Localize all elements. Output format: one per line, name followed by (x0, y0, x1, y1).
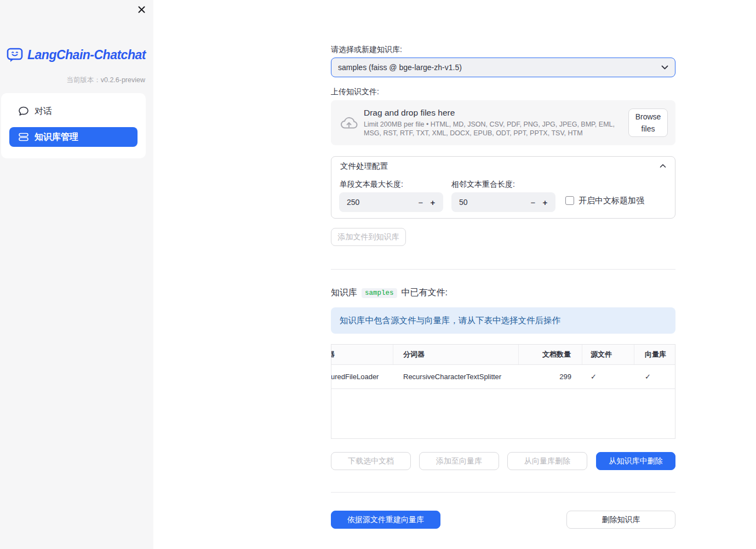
sidebar-item-chat[interactable]: 对话 (9, 101, 138, 121)
divider (331, 269, 675, 270)
upload-label: 上传知识文件: (331, 87, 379, 97)
cell-vector-store-check: ✓ (634, 365, 675, 388)
overlap-stepper: 50 − + (451, 192, 555, 212)
zh-title-enhance-label: 开启中文标题加强 (579, 196, 644, 206)
sidebar-menu: 对话 知识库管理 (1, 93, 146, 158)
close-sidebar-icon[interactable] (136, 4, 147, 15)
version-info: 当前版本：v0.2.6-preview (66, 76, 145, 85)
expander-title: 文件处理配置 (340, 161, 388, 171)
kb-files-table: 器 分词器 文档数量 源文件 向量库 uredFileLoader Recurs… (331, 344, 675, 439)
browse-files-button[interactable]: Browse files (628, 108, 668, 137)
overlap-increment-button[interactable]: + (539, 198, 551, 207)
file-config-expander: 文件处理配置 单段文本最大长度: 相邻文本重合长度: 250 − + 50 − … (331, 156, 675, 219)
chunk-increment-button[interactable]: + (427, 198, 439, 207)
chevron-down-icon (661, 65, 668, 70)
kb-select-label: 请选择或新建知识库: (331, 45, 402, 55)
divider (331, 492, 675, 493)
rebuild-vector-store-button[interactable]: 依据源文件重建向量库 (331, 511, 440, 529)
chunk-decrement-button[interactable]: − (415, 198, 427, 207)
app-title: LangChain-Chatchat (27, 48, 146, 62)
kb-name-code: samples (362, 288, 397, 298)
sidebar: LangChain-Chatchat 当前版本：v0.2.6-preview 对… (0, 0, 153, 549)
dropzone-text: Drag and drop files here Limit 200MB per… (364, 108, 623, 138)
zh-title-enhance-checkbox[interactable] (565, 196, 574, 205)
kb-select-value: samples (faiss @ bge-large-zh-v1.5) (338, 63, 661, 72)
column-header-vector-store[interactable]: 向量库 (634, 345, 675, 364)
download-selected-button[interactable]: 下载选中文档 (331, 452, 411, 470)
table-row[interactable]: uredFileLoader RecursiveCharacterTextSpl… (331, 365, 675, 389)
logo-chat-face-icon (7, 47, 24, 63)
column-header-splitter[interactable]: 分词器 (393, 345, 519, 364)
sidebar-item-label: 对话 (35, 106, 52, 117)
overlap-input[interactable]: 50 (451, 198, 527, 207)
dropzone-limit: Limit 200MB per file • HTML, MD, JSON, C… (364, 120, 623, 138)
chat-bubble-icon (18, 106, 29, 117)
file-dropzone[interactable]: Drag and drop files here Limit 200MB per… (331, 100, 675, 145)
chunk-size-input[interactable]: 250 (339, 198, 415, 207)
expander-header[interactable]: 文件处理配置 (331, 157, 675, 175)
cell-source-file-check: ✓ (582, 365, 634, 388)
add-files-to-kb-button[interactable]: 添加文件到知识库 (331, 228, 406, 246)
cloud-upload-icon (340, 116, 364, 130)
overlap-decrement-button[interactable]: − (527, 198, 539, 207)
info-banner: 知识库中包含源文件与向量库，请从下表中选择文件后操作 (331, 307, 675, 334)
column-header-source-file[interactable]: 源文件 (582, 345, 634, 364)
column-header-loader[interactable]: 器 (331, 345, 393, 364)
delete-kb-button[interactable]: 删除知识库 (566, 511, 675, 529)
main-content: 请选择或新建知识库: samples (faiss @ bge-large-zh… (331, 0, 675, 549)
chunk-size-label: 单段文本最大长度: (340, 180, 403, 190)
cell-doc-count: 299 (519, 365, 582, 388)
column-header-doc-count[interactable]: 文档数量 (519, 345, 582, 364)
delete-from-vector-store-button[interactable]: 从向量库删除 (507, 452, 587, 470)
dropzone-title: Drag and drop files here (364, 108, 623, 118)
add-to-vector-store-button[interactable]: 添加至向量库 (419, 452, 499, 470)
chevron-up-icon (660, 164, 666, 168)
knowledge-base-icon (18, 131, 29, 142)
sidebar-item-label: 知识库管理 (35, 131, 78, 143)
kb-files-heading: 知识库 samples 中已有文件: (331, 287, 448, 299)
knowledge-base-select[interactable]: samples (faiss @ bge-large-zh-v1.5) (331, 58, 675, 77)
cell-splitter: RecursiveCharacterTextSplitter (393, 365, 519, 388)
chunk-size-stepper: 250 − + (339, 192, 443, 212)
delete-from-kb-button[interactable]: 从知识库中删除 (596, 452, 675, 470)
overlap-label: 相邻文本重合长度: (451, 180, 515, 190)
app-logo: LangChain-Chatchat (7, 47, 146, 63)
sidebar-item-knowledge-base[interactable]: 知识库管理 (9, 127, 138, 147)
table-header-row: 器 分词器 文档数量 源文件 向量库 (331, 345, 675, 365)
cell-loader: uredFileLoader (331, 365, 393, 388)
